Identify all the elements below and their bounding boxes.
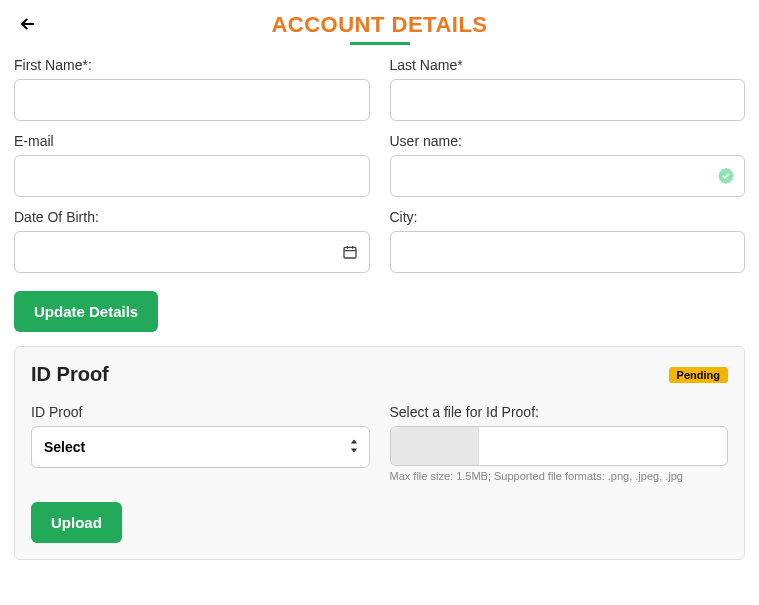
upload-button[interactable]: Upload [31, 502, 122, 543]
id-proof-section: ID Proof Pending ID Proof Select Select … [14, 346, 745, 560]
page-title: ACCOUNT DETAILS [271, 12, 487, 38]
id-proof-title: ID Proof [31, 363, 109, 386]
verified-badge-icon [717, 167, 735, 185]
last-name-group: Last Name* [390, 57, 746, 121]
id-proof-header: ID Proof Pending [31, 363, 728, 386]
city-group: City: [390, 209, 746, 273]
city-input[interactable] [390, 231, 746, 273]
first-name-group: First Name*: [14, 57, 370, 121]
dob-input[interactable] [14, 231, 370, 273]
username-input[interactable] [390, 155, 746, 197]
username-label: User name: [390, 133, 746, 149]
username-group: User name: [390, 133, 746, 197]
id-proof-select-label: ID Proof [31, 404, 370, 420]
update-details-button[interactable]: Update Details [14, 291, 158, 332]
status-badge: Pending [669, 367, 728, 383]
dob-label: Date Of Birth: [14, 209, 370, 225]
email-label: E-mail [14, 133, 370, 149]
first-name-input[interactable] [14, 79, 370, 121]
id-proof-file-label: Select a file for Id Proof: [390, 404, 729, 420]
file-hint-text: Max file size: 1.5MB; Supported file for… [390, 470, 729, 482]
first-name-label: First Name*: [14, 57, 370, 73]
id-proof-file-group: Select a file for Id Proof: Max file siz… [390, 404, 729, 482]
back-arrow-icon[interactable] [18, 14, 38, 34]
email-input[interactable] [14, 155, 370, 197]
email-group: E-mail [14, 133, 370, 197]
id-proof-select[interactable]: Select [31, 426, 370, 468]
last-name-input[interactable] [390, 79, 746, 121]
dob-group: Date Of Birth: [14, 209, 370, 273]
title-underline [350, 42, 410, 45]
page-header: ACCOUNT DETAILS [14, 12, 745, 45]
id-proof-grid: ID Proof Select Select a file for Id Pro… [31, 404, 728, 482]
file-input[interactable] [390, 426, 729, 466]
file-browse-button [391, 427, 479, 465]
id-proof-select-group: ID Proof Select [31, 404, 370, 482]
last-name-label: Last Name* [390, 57, 746, 73]
city-label: City: [390, 209, 746, 225]
account-form: First Name*: Last Name* E-mail User name… [14, 57, 745, 273]
